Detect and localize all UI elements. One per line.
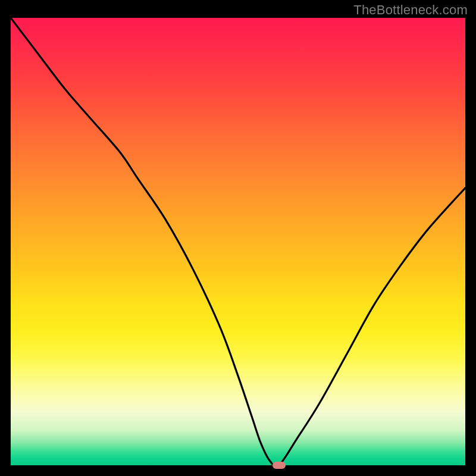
chart-stage: TheBottleneck.com xyxy=(0,0,476,476)
plot-area xyxy=(11,18,465,465)
optimal-point-marker xyxy=(273,462,286,469)
watermark-label: TheBottleneck.com xyxy=(353,2,468,18)
curve-svg xyxy=(11,18,465,465)
bottleneck-curve xyxy=(11,18,465,465)
